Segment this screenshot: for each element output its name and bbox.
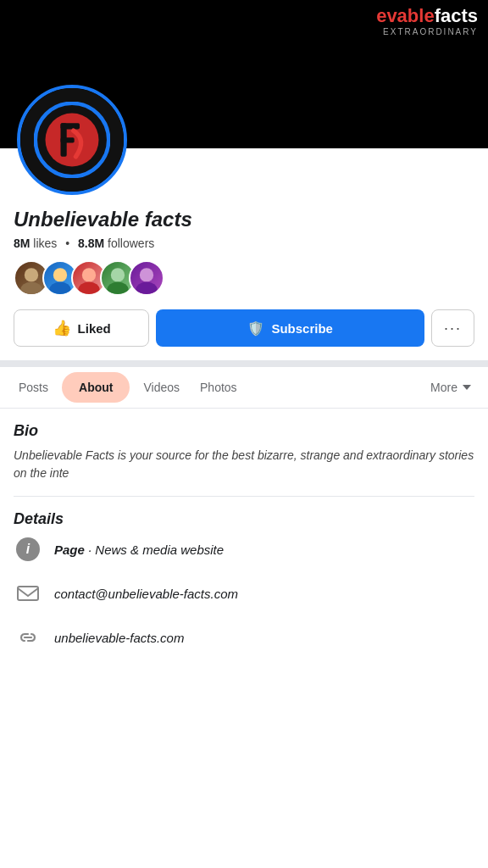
svg-point-6 [25,268,38,281]
ellipsis-icon: ··· [444,320,462,337]
detail-website: unbelievable-facts.com [14,623,474,652]
tab-about[interactable]: About [62,372,130,403]
detail-email-text: contact@unbelievable-facts.com [54,587,238,601]
likes-count: 8M [14,236,30,250]
svg-point-9 [49,282,70,296]
link-icon [14,623,42,652]
svg-point-13 [107,282,128,296]
bio-text: Unbelievable Facts is your source for th… [14,447,474,482]
page-label: Page [54,542,85,557]
shield-icon: 🛡️ [247,320,264,337]
svg-point-8 [53,268,67,281]
brand-name: evablefacts [376,5,478,27]
separator: • [65,236,69,250]
svg-point-10 [82,268,96,281]
tabs-navigation: Posts About Videos Photos More [0,367,488,409]
detail-website-text: unbelievable-facts.com [54,631,184,645]
content-area: Bio Unbelievable Facts is your source fo… [0,409,488,681]
bio-details-divider [14,496,474,497]
profile-stats: 8M likes • 8.8M followers [14,236,474,250]
info-icon: i [14,535,42,564]
cover-image: evablefacts EXTRAORDINARY [0,0,488,148]
subscribe-label: Subscribe [271,321,333,336]
followers-count: 8.8M [78,236,104,250]
svg-point-7 [20,282,42,296]
friend-avatars [14,260,474,296]
profile-info-section: Unbelievable facts 8M likes • 8.8M follo… [0,208,488,296]
details-section: Details i Page · News & media website co… [14,510,474,652]
envelope-icon [14,579,42,608]
tab-videos[interactable]: Videos [133,367,190,408]
more-options-button[interactable]: ··· [431,309,474,347]
svg-rect-5 [61,137,75,142]
followers-label: followers [108,236,154,250]
page-title: Unbelievable facts [14,208,474,231]
thumbs-up-icon: 👍 [53,319,71,337]
detail-page-type: i Page · News & media website [14,535,474,564]
avatar-5 [129,260,164,296]
profile-picture [17,85,127,195]
brand-sub: EXTRAORDINARY [376,27,478,36]
bio-section: Bio Unbelievable Facts is your source fo… [14,422,474,482]
cover-brand: evablefacts EXTRAORDINARY [376,5,478,36]
liked-button[interactable]: 👍 Liked [14,309,149,347]
profile-logo-svg [34,102,110,178]
detail-page-text: Page · News & media website [54,542,224,557]
action-buttons-row: 👍 Liked 🛡️ Subscribe ··· [0,309,488,347]
liked-label: Liked [78,321,111,336]
bio-heading: Bio [14,422,474,440]
svg-point-14 [140,268,153,281]
page-type-value: · News & media website [88,542,224,557]
more-label: More [430,381,458,394]
svg-rect-16 [18,587,38,600]
tab-photos[interactable]: Photos [190,367,247,408]
section-divider-thick [0,360,488,367]
chevron-down-icon [463,385,471,390]
tab-posts[interactable]: Posts [8,367,58,408]
svg-rect-4 [61,123,80,129]
details-heading: Details [14,510,474,528]
svg-point-11 [78,282,99,296]
svg-point-12 [111,268,125,281]
likes-label: likes [33,236,57,250]
detail-email: contact@unbelievable-facts.com [14,579,474,608]
svg-point-15 [136,282,157,296]
tabs-more-button[interactable]: More [422,367,480,408]
subscribe-button[interactable]: 🛡️ Subscribe [156,309,424,347]
